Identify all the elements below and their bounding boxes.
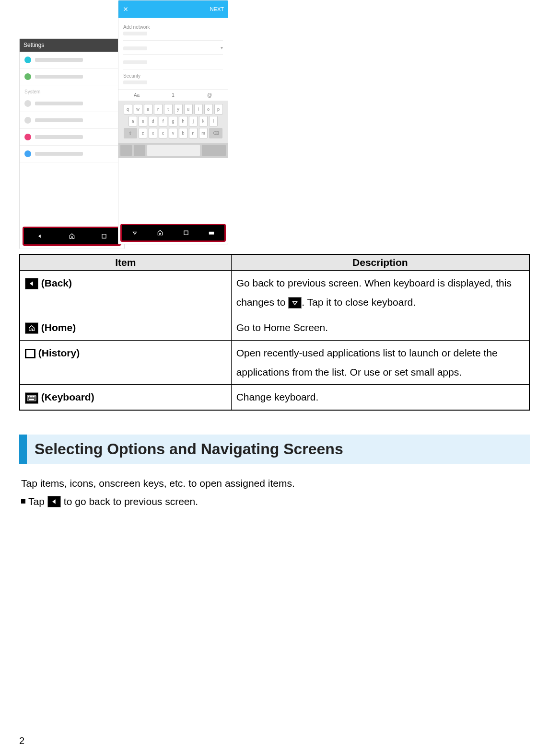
item-label: (History) [38,347,80,358]
phone2-navbar [120,224,226,242]
phone-keyboard-screenshot: NEXT Add network ▾ Security Aa 1 @ [118,0,228,244]
item-label: (Home) [41,322,76,333]
page-number: 2 [19,735,24,746]
item-description: Go back to previous screen. When keyboar… [231,271,529,315]
table-row: (Keyboard) Change keyboard. [20,385,529,410]
bullet-post: to go back to previous screen. [64,493,198,510]
section-heading: Selecting Options and Navigating Screens [19,435,530,464]
back-icon [47,496,61,507]
bullet-icon [21,499,25,504]
phone-settings-screenshot: Settings System [19,38,125,249]
table-row: (Back) Go back to previous screen. When … [20,271,529,315]
back-down-icon [288,297,302,309]
home-icon [25,322,38,334]
table-header-description: Description [231,254,529,271]
item-description: Change keyboard. [231,385,529,410]
phone1-title: Settings [20,39,124,52]
svg-rect-8 [35,396,35,398]
svg-rect-0 [102,234,106,238]
item-description: Go to Home Screen. [231,315,529,340]
back-icon [25,278,38,289]
keyboard-icon [25,392,38,404]
table-row: (History) Open recently-used application… [20,340,529,385]
table-row: (Home) Go to Home Screen. [20,315,529,340]
navigation-table: Item Description (Back) Go back to previ… [19,254,530,411]
item-label: (Keyboard) [41,391,94,402]
svg-rect-5 [30,396,31,398]
bullet-pre: Tap [28,493,45,510]
device-screenshots: Settings System NEXT Add network [19,0,530,249]
body-line1: Tap items, icons, onscreen keys, etc. to… [21,475,530,492]
item-label: (Back) [41,277,72,288]
body-text: Tap items, icons, onscreen keys, etc. to… [19,475,530,509]
table-header-item: Item [20,254,231,271]
svg-rect-6 [31,396,33,398]
svg-rect-4 [28,396,30,398]
item-description: Open recently-used applications list to … [231,340,529,385]
svg-rect-7 [33,396,35,398]
svg-rect-2 [209,232,214,235]
phone1-navbar [23,227,121,246]
svg-rect-1 [184,231,188,235]
history-icon [25,349,35,358]
svg-rect-9 [29,399,34,401]
